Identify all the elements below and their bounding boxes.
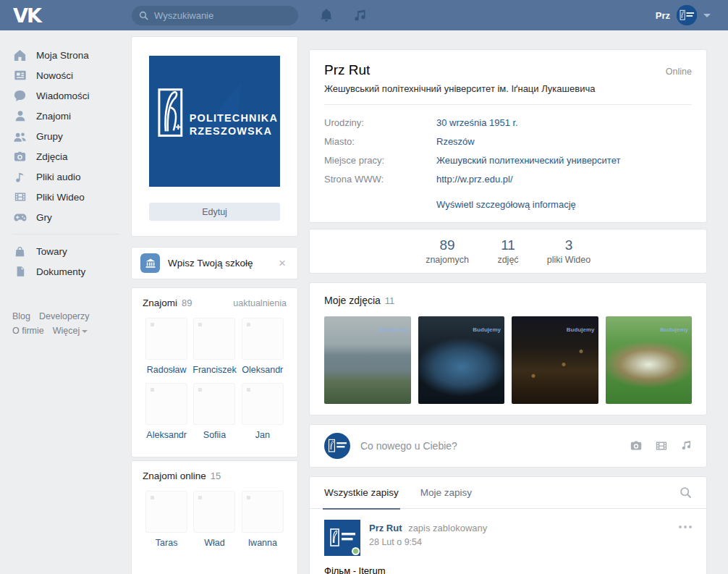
friend-item[interactable]: Jan (239, 383, 287, 440)
detail-label: Strona WWW: (324, 174, 436, 185)
sidebar-item-label: Moja Strona (36, 50, 89, 61)
post-actions-menu-icon[interactable] (679, 520, 692, 556)
document-icon (12, 264, 27, 279)
sidebar-item-audio[interactable]: Pliki audio (12, 166, 131, 187)
post-blocked-badge: zapis zablokowany (408, 523, 487, 533)
person-icon (12, 109, 27, 124)
tab-all-posts[interactable]: Wszystkie zapisy (324, 477, 399, 509)
photo-thumb-campus-building[interactable]: Budujemy (324, 316, 411, 404)
photo-watermark: Budujemy (567, 326, 595, 333)
sidebar-item-groups[interactable]: Grupy (12, 126, 131, 146)
detail-value-link[interactable]: 30 września 1951 r. (436, 117, 518, 128)
friend-item[interactable]: Aleksandr (143, 383, 190, 440)
footer-link-developers[interactable]: Developerzy (39, 311, 89, 321)
photo-thumb-flight-simulator-cockpit[interactable]: Budujemy (418, 316, 505, 404)
online-status: Online (666, 67, 692, 77)
account-menu[interactable]: Prz (656, 0, 711, 30)
photo-thumb-night-concert-crowd[interactable]: Budujemy (512, 316, 598, 404)
friends-online-header: Znajomi online 15 (143, 470, 287, 481)
detail-value-link[interactable]: http://w.prz.edu.pl/ (436, 174, 513, 185)
friend-item[interactable]: Sofiia (190, 383, 238, 440)
friend-name[interactable]: Wład (204, 538, 224, 548)
friend-name[interactable]: Aleksandr (146, 430, 187, 440)
footer-link-blog[interactable]: Blog (12, 311, 30, 321)
detail-row-workplace: Miejsce pracy: Жешувский политехнический… (324, 151, 692, 169)
sidebar-item-games[interactable]: Gry (12, 207, 131, 227)
friend-name[interactable]: Franciszek (192, 365, 236, 375)
friend-avatar (242, 383, 284, 425)
friend-name[interactable]: Oleksandr (242, 365, 283, 375)
friend-name[interactable]: Radosław (147, 365, 187, 375)
profile-avatar-image[interactable]: POLITECHNIKA RZESZOWSKA (149, 56, 280, 187)
footer-link-about[interactable]: O firmie (12, 326, 44, 336)
friend-name[interactable]: Taras (156, 538, 178, 548)
friends-grid: Radosław Franciszek Oleksandr Aleksandr … (143, 318, 287, 448)
sidebar-item-documents[interactable]: Dokumenty (12, 261, 131, 282)
sidebar-item-messages[interactable]: Wiadomości (12, 85, 131, 106)
counter-label: znajomych (425, 255, 470, 265)
attach-video-icon[interactable] (655, 439, 668, 452)
composer-placeholder[interactable]: Co nowego u Ciebie? (360, 440, 457, 452)
friend-item[interactable]: Iwanna (239, 491, 287, 548)
friend-name[interactable]: Jan (255, 430, 270, 440)
footer-link-more-label: Więcej (53, 326, 80, 336)
counter-value: 3 (546, 237, 591, 253)
friend-item[interactable]: Wład (190, 491, 238, 548)
post-date-link[interactable]: 28 Lut o 9:54 (369, 537, 487, 547)
sidebar-item-friends[interactable]: Znajomi (12, 106, 131, 126)
sidebar-item-label: Zdjęcia (36, 151, 68, 162)
friend-avatar (242, 491, 284, 533)
friend-avatar (193, 318, 235, 360)
vk-logo[interactable]: VK (13, 4, 41, 27)
friends-title-link[interactable]: Znajomi (143, 297, 177, 308)
sidebar-item-news[interactable]: Nowości (12, 65, 131, 85)
post-composer[interactable]: Co nowego u Ciebie? (309, 424, 707, 468)
profile-status-text[interactable]: Жешувський політехнічний університет ім.… (324, 83, 692, 94)
friends-online-grid: Taras Wład Iwanna (143, 491, 287, 556)
sidebar-item-my-page[interactable]: Moja Strona (12, 45, 131, 65)
sidebar-item-goods[interactable]: Towary (12, 241, 131, 261)
photo-thumb-folk-dancers[interactable]: Budujemy (606, 316, 693, 404)
post-author-avatar[interactable] (324, 520, 360, 556)
sidebar-item-label: Wiadomości (36, 90, 90, 101)
detail-label: Urodziny: (324, 117, 436, 128)
counter-label: zdjęć (486, 255, 530, 265)
music-icon[interactable] (352, 8, 367, 22)
sidebar-item-photos[interactable]: Zdjęcia (12, 146, 131, 166)
online-indicator-dot (352, 547, 360, 555)
footer-link-more[interactable]: Więcej (53, 326, 88, 336)
search-input[interactable] (154, 10, 291, 21)
friend-name[interactable]: Iwanna (248, 538, 277, 548)
footer-links: BlogDeveloperzy O firmieWięcej (12, 309, 131, 338)
sidebar-item-label: Gry (36, 212, 52, 223)
edit-profile-button[interactable]: Edytuj (149, 203, 280, 221)
sidebar-item-label: Pliki Wideo (36, 192, 85, 203)
friends-updates-link[interactable]: uaktualnienia (233, 298, 287, 308)
friend-item[interactable]: Oleksandr (239, 318, 287, 375)
counter-value: 11 (486, 237, 530, 253)
notifications-bell-icon[interactable] (319, 8, 334, 22)
sidebar-item-label: Pliki audio (36, 172, 81, 182)
my-photos-title-link[interactable]: Moje zdjęcia (324, 295, 381, 306)
friend-name[interactable]: Sofiia (203, 430, 226, 440)
post-author-link[interactable]: Prz Rut (369, 523, 402, 533)
friend-item[interactable]: Taras (143, 491, 190, 548)
sidebar-item-video[interactable]: Pliki Wideo (12, 187, 131, 207)
wall-search-icon[interactable] (680, 486, 692, 499)
close-icon[interactable]: × (276, 256, 289, 271)
global-search[interactable] (132, 6, 298, 25)
school-prompt-link[interactable]: Wpisz Twoją szkołę (168, 258, 253, 269)
friend-item[interactable]: Radosław (143, 318, 190, 375)
attach-photo-icon[interactable] (630, 439, 643, 452)
friends-online-title-link[interactable]: Znajomi online (143, 470, 206, 481)
friend-item[interactable]: Franciszek (190, 318, 238, 375)
detail-value-link[interactable]: Rzeszów (436, 136, 475, 147)
counter-videos[interactable]: 3 pliki Wideo (546, 237, 591, 265)
detail-value-link[interactable]: Жешувский политехнический университет (436, 155, 620, 166)
counter-photos[interactable]: 11 zdjęć (486, 237, 530, 265)
attach-audio-icon[interactable] (680, 439, 692, 451)
people-group-icon (12, 129, 27, 144)
show-detailed-info-link[interactable]: Wyświetl szczegółową informację (436, 199, 692, 210)
counter-friends[interactable]: 89 znajomych (425, 237, 470, 265)
tab-my-posts[interactable]: Moje zapisy (420, 477, 472, 509)
